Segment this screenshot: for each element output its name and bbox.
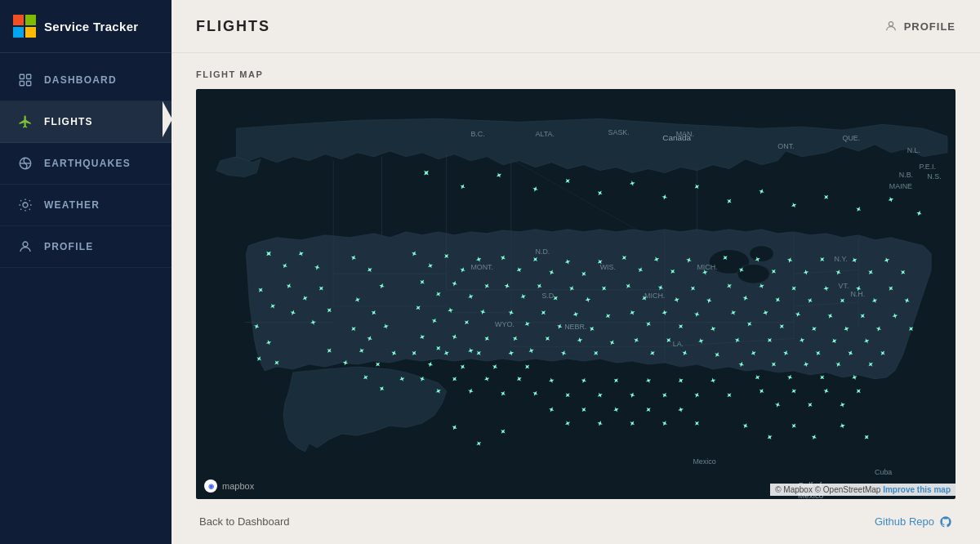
svg-text:WIS.: WIS. (600, 263, 616, 271)
svg-text:MONT.: MONT. (470, 263, 493, 271)
svg-text:S.D.: S.D. (541, 292, 555, 300)
svg-rect-1 (27, 74, 31, 78)
profile-label: PROFILE (904, 20, 956, 33)
svg-text:MAN.: MAN. (676, 130, 694, 138)
svg-text:SASK.: SASK. (608, 128, 630, 136)
svg-text:VT.: VT. (839, 282, 849, 290)
sidebar-item-label: Weather (44, 199, 100, 211)
svg-text:Mexico: Mexico (693, 457, 715, 466)
map-svg: Canada ALTA. B.C. SASK. MAN. ONT. QUE. N… (196, 89, 956, 499)
logo-quadrant-2 (25, 15, 36, 25)
github-label: Github Repo (875, 515, 934, 528)
svg-point-7 (889, 22, 893, 26)
svg-text:MICH.: MICH. (644, 292, 665, 300)
page-title: FLIGHTS (196, 18, 270, 35)
weather-icon (16, 196, 34, 214)
attribution-text: © Mapbox © OpenStreetMap (775, 485, 880, 494)
sidebar-item-label: Flights (44, 116, 93, 127)
dashboard-icon (16, 71, 34, 89)
svg-point-5 (23, 203, 28, 207)
profile-link[interactable]: PROFILE (884, 20, 956, 33)
ms-logo (13, 15, 36, 38)
earthquakes-icon (16, 154, 34, 172)
back-to-dashboard-link[interactable]: Back to Dashboard (199, 515, 290, 528)
svg-rect-3 (27, 82, 31, 86)
section-label: FLIGHT MAP (196, 69, 956, 79)
svg-point-35 (750, 246, 774, 262)
sidebar-item-earthquakes[interactable]: Earthquakes (0, 143, 172, 185)
logo-quadrant-3 (13, 27, 24, 38)
mapbox-label: mapbox (222, 481, 254, 491)
flight-map: Canada ALTA. B.C. SASK. MAN. ONT. QUE. N… (196, 89, 956, 499)
sidebar-item-label: Earthquakes (44, 158, 131, 169)
svg-text:N.D.: N.D. (536, 247, 550, 256)
svg-text:MICH.: MICH. (697, 263, 717, 271)
svg-text:QUE.: QUE. (842, 134, 860, 142)
sidebar-item-flights[interactable]: Flights (0, 101, 172, 143)
profile-icon (16, 238, 34, 256)
svg-point-36 (737, 264, 770, 283)
topbar: FLIGHTS PROFILE (172, 0, 980, 53)
sidebar-item-label: Profile (44, 241, 93, 252)
svg-text:ALTA.: ALTA. (536, 130, 555, 138)
svg-text:WYO.: WYO. (495, 320, 514, 328)
svg-rect-2 (20, 82, 24, 86)
app-header: Service Tracker (0, 0, 172, 53)
svg-text:NEBR.: NEBR. (564, 323, 586, 331)
svg-text:LA.: LA. (673, 340, 684, 348)
sidebar-item-profile[interactable]: Profile (0, 226, 172, 268)
svg-rect-0 (20, 74, 24, 78)
svg-point-6 (23, 242, 28, 247)
svg-text:Cuba: Cuba (875, 468, 892, 476)
flights-icon (16, 113, 34, 131)
logo-quadrant-4 (25, 27, 36, 38)
mapbox-logo: ◉ (204, 479, 217, 493)
sidebar-item-dashboard[interactable]: Dashboard (0, 60, 172, 101)
svg-text:P.E.I.: P.E.I. (919, 163, 936, 171)
svg-text:N.S.: N.S. (927, 172, 941, 181)
user-icon (884, 20, 898, 33)
logo-quadrant-1 (13, 15, 24, 25)
improve-map-link[interactable]: Improve this map (883, 485, 951, 494)
svg-text:MAINE: MAINE (889, 182, 912, 190)
sidebar: Service Tracker Dashboard Flights (0, 0, 172, 544)
map-attribution: © Mapbox © OpenStreetMap Improve this ma… (770, 484, 956, 496)
sidebar-nav: Dashboard Flights Earthquakes (0, 53, 172, 544)
svg-text:N.Y.: N.Y. (835, 255, 848, 263)
svg-text:N.L.: N.L. (907, 146, 920, 154)
svg-text:N.H.: N.H. (850, 290, 865, 298)
sidebar-item-weather[interactable]: Weather (0, 185, 172, 226)
svg-text:ONT.: ONT. (777, 142, 794, 150)
svg-text:B.C.: B.C. (470, 130, 484, 138)
main-content: FLIGHTS PROFILE FLIGHT MAP (172, 0, 980, 544)
app-title: Service Tracker (44, 20, 138, 33)
svg-text:N.B.: N.B. (899, 171, 913, 179)
mapbox-branding: ◉ mapbox (204, 479, 254, 493)
github-icon (939, 515, 952, 528)
github-repo-link[interactable]: Github Repo (875, 515, 952, 528)
footer: Back to Dashboard Github Repo (196, 499, 956, 544)
sidebar-item-label: Dashboard (44, 74, 117, 86)
content-area: FLIGHT MAP (172, 53, 980, 544)
